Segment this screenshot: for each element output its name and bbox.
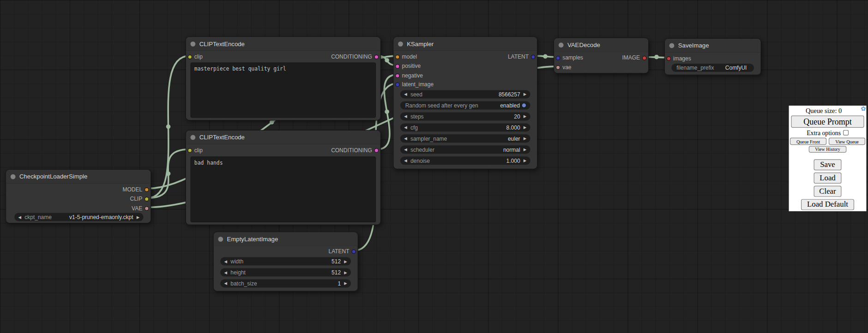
- node-title-bar[interactable]: CLIPTextEncode: [186, 131, 380, 144]
- vae-output-dot[interactable]: [145, 206, 149, 211]
- image-output-dot[interactable]: [642, 55, 647, 60]
- link-midpoint-dot: [385, 58, 389, 63]
- seed-widget[interactable]: ◀ seed 8566257 ▶: [400, 90, 530, 98]
- negative-prompt-textarea[interactable]: bad hands: [190, 156, 376, 222]
- increment-arrow-icon[interactable]: ▶: [524, 125, 526, 129]
- node-title-bar[interactable]: CheckpointLoaderSimple: [6, 170, 151, 184]
- images-input-dot[interactable]: [667, 56, 671, 61]
- node-vae-decode[interactable]: VAEDecode samples IMAGE vae: [554, 38, 649, 74]
- increment-arrow-icon[interactable]: ▶: [344, 259, 347, 263]
- link-clip-positive: [147, 56, 189, 198]
- increment-arrow-icon[interactable]: ▶: [137, 215, 139, 219]
- node-title-bar[interactable]: EmptyLatentImage: [214, 232, 358, 246]
- node-save-image[interactable]: SaveImage images filename_prefix ComfyUI: [664, 38, 761, 75]
- increment-arrow-icon[interactable]: ▶: [524, 114, 526, 118]
- height-widget[interactable]: ◀ height 512 ▶: [220, 268, 351, 277]
- link-midpoint-dot: [543, 54, 548, 59]
- filename-prefix-widget[interactable]: filename_prefix ComfyUI: [671, 64, 754, 72]
- conditioning-output-dot[interactable]: [374, 148, 379, 153]
- node-clip-text-encode-positive[interactable]: CLIPTextEncode clip CONDITIONING masterp…: [186, 36, 381, 120]
- view-history-button[interactable]: View History: [809, 146, 847, 153]
- batch-size-widget[interactable]: ◀ batch_size 1 ▶: [220, 279, 351, 287]
- slot-label: positive: [402, 63, 421, 69]
- latent-output-dot[interactable]: [531, 54, 536, 59]
- decrement-arrow-icon[interactable]: ◀: [404, 148, 407, 151]
- slot-label: LATENT: [328, 248, 349, 254]
- node-empty-latent-image[interactable]: EmptyLatentImage LATENT ◀ width 512 ▶ ◀ …: [213, 232, 358, 291]
- node-graph-canvas[interactable]: CheckpointLoaderSimple MODEL CLIP VAE ◀ …: [0, 0, 868, 333]
- settings-flower-icon[interactable]: ✿: [861, 106, 866, 112]
- node-collapse-dot[interactable]: [190, 41, 195, 46]
- denoise-widget[interactable]: ◀ denoise 1.000 ▶: [400, 156, 530, 165]
- slot-label: CONDITIONING: [331, 147, 372, 153]
- node-collapse-dot[interactable]: [218, 237, 223, 242]
- queue-prompt-button[interactable]: Queue Prompt: [791, 116, 864, 128]
- slot-label: MODEL: [123, 186, 143, 192]
- positive-prompt-textarea[interactable]: masterpiece best quality girl: [190, 62, 376, 118]
- widget-label: width: [230, 258, 243, 264]
- negative-input-dot[interactable]: [395, 73, 400, 78]
- widget-label: denoise: [410, 158, 430, 164]
- view-queue-button[interactable]: View Queue: [829, 138, 865, 145]
- load-button[interactable]: Load: [814, 172, 842, 184]
- latent-output-dot[interactable]: [351, 249, 356, 254]
- node-title-bar[interactable]: CLIPTextEncode: [186, 37, 380, 51]
- decrement-arrow-icon[interactable]: ◀: [224, 259, 227, 263]
- decrement-arrow-icon[interactable]: ◀: [404, 159, 407, 162]
- widget-value: 20: [514, 113, 520, 119]
- increment-arrow-icon[interactable]: ▶: [524, 148, 526, 151]
- save-button[interactable]: Save: [814, 159, 842, 170]
- width-widget[interactable]: ◀ width 512 ▶: [220, 257, 351, 266]
- slot-label: images: [673, 55, 691, 61]
- node-collapse-dot[interactable]: [669, 43, 675, 48]
- toggle-enabled-dot[interactable]: [521, 103, 526, 108]
- increment-arrow-icon[interactable]: ▶: [524, 137, 526, 140]
- decrement-arrow-icon[interactable]: ◀: [404, 92, 407, 96]
- decrement-arrow-icon[interactable]: ◀: [404, 137, 407, 140]
- node-checkpoint-loader[interactable]: CheckpointLoaderSimple MODEL CLIP VAE ◀ …: [6, 169, 151, 224]
- increment-arrow-icon[interactable]: ▶: [344, 281, 347, 285]
- model-output-dot[interactable]: [145, 187, 149, 192]
- extra-options-checkbox[interactable]: [843, 130, 849, 136]
- node-title: SaveImage: [678, 42, 709, 48]
- positive-input-dot[interactable]: [395, 64, 400, 68]
- node-title: EmptyLatentImage: [227, 236, 278, 242]
- random-seed-toggle-widget[interactable]: Random seed after every gen enabled: [400, 101, 530, 109]
- steps-widget[interactable]: ◀ steps 20 ▶: [400, 112, 530, 120]
- load-default-button[interactable]: Load Default: [801, 199, 854, 210]
- input-slot-latent-image: latent_image: [393, 80, 537, 89]
- scheduler-widget[interactable]: ◀ scheduler normal ▶: [400, 145, 530, 154]
- node-collapse-dot[interactable]: [398, 41, 403, 46]
- increment-arrow-icon[interactable]: ▶: [524, 92, 526, 96]
- node-title-bar[interactable]: VAEDecode: [554, 38, 648, 52]
- latent-image-input-dot[interactable]: [395, 82, 400, 87]
- node-collapse-dot[interactable]: [11, 174, 16, 179]
- node-collapse-dot[interactable]: [559, 42, 564, 48]
- input-slot-vae: vae: [554, 62, 648, 71]
- ckpt-name-widget[interactable]: ◀ ckpt_name v1-5-pruned-emaonly.ckpt ▶: [14, 213, 143, 221]
- decrement-arrow-icon[interactable]: ◀: [404, 125, 407, 129]
- widget-value: v1-5-pruned-emaonly.ckpt: [69, 214, 133, 220]
- node-title-bar[interactable]: SaveImage: [665, 39, 760, 53]
- link-midpoint-dot: [270, 120, 274, 125]
- node-clip-text-encode-negative[interactable]: CLIPTextEncode clip CONDITIONING bad han…: [186, 130, 381, 225]
- node-ksampler[interactable]: KSampler model LATENT positive negative …: [393, 36, 537, 169]
- sampler-name-widget[interactable]: ◀ sampler_name euler ▶: [400, 134, 530, 143]
- output-slot-image: IMAGE: [554, 53, 648, 62]
- vae-input-dot[interactable]: [556, 65, 561, 70]
- increment-arrow-icon[interactable]: ▶: [344, 270, 347, 274]
- cfg-widget[interactable]: ◀ cfg 8.000 ▶: [400, 123, 530, 131]
- node-collapse-dot[interactable]: [190, 135, 195, 140]
- conditioning-output-dot[interactable]: [374, 54, 379, 59]
- decrement-arrow-icon[interactable]: ◀: [404, 114, 407, 118]
- node-title-bar[interactable]: KSampler: [393, 37, 537, 51]
- decrement-arrow-icon[interactable]: ◀: [18, 215, 21, 219]
- clip-output-dot[interactable]: [145, 196, 149, 201]
- decrement-arrow-icon[interactable]: ◀: [224, 281, 227, 285]
- decrement-arrow-icon[interactable]: ◀: [224, 270, 227, 274]
- clear-button[interactable]: Clear: [814, 186, 842, 197]
- input-slot-positive: positive: [393, 61, 537, 71]
- increment-arrow-icon[interactable]: ▶: [524, 159, 526, 162]
- widget-value: euler: [508, 136, 520, 142]
- queue-front-button[interactable]: Queue Front: [790, 138, 826, 145]
